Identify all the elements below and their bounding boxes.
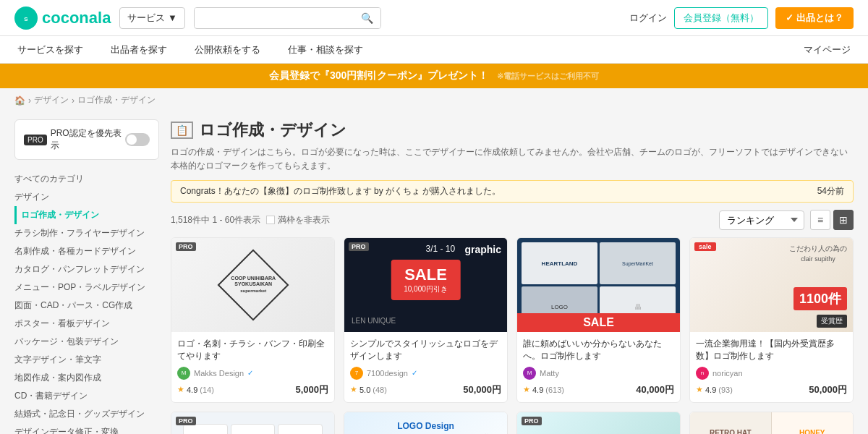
card-1[interactable]: PRO COOP UNIHIBARASYOKUSAIKANsupermarket… [171,237,335,403]
header-right: ログイン 会員登録（無料） ✓ 出品とは？ [629,7,854,29]
verified-icon-2: ✓ [412,369,417,377]
results-count: 1,518件中 1 - 60件表示 [171,214,260,226]
page-description: ロゴの作成・デザインはこちら。ロゴが必要になった時は、ここでデザイナーに作成依頼… [171,145,854,173]
service-dropdown[interactable]: サービス ▼ [119,7,184,29]
pro-toggle-switch[interactable] [125,133,150,146]
header: S coconala サービス ▼ 🔍 ログイン 会員登録（無料） ✓ 出品とは… [0,0,868,36]
page-title-text: ロゴ作成・デザイン [199,119,346,141]
login-link[interactable]: ログイン [629,12,667,25]
card-3-seller: M Matty [523,367,674,380]
sidebar-item-wedding[interactable]: 結婚式・記念日・グッズデザイン [14,405,159,423]
pro-toggle-label: PRO認定を優先表示 [51,127,125,152]
card-4-image: sale こだわり人の為の clair supithy 1100件 受賞歴 [690,238,853,332]
card-7-image: PRO ⬡ CLIMB START [517,412,680,434]
sale-label-2: SALE 10,000円引き [391,260,461,300]
breadcrumb: 🏠 › デザイン › ロゴ作成・デザイン [0,88,868,112]
search-input[interactable] [195,8,354,27]
sidebar-item-catalog[interactable]: カタログ・パンフレットデザイン [14,260,159,278]
sidebar-item-logo[interactable]: ロゴ作成・デザイン [14,206,159,224]
sidebar-item-flyer[interactable]: チラシ制作・フライヤーデザイン [14,224,159,242]
sidebar-item-menu[interactable]: メニュー・POP・ラベルデザイン [14,278,159,297]
hide-draft-label[interactable]: 満枠を非表示 [266,214,330,226]
hide-draft-checkbox[interactable] [266,216,275,224]
card-7[interactable]: PRO ⬡ CLIMB START スタートアップ・企業向けロゴデザインします … [516,412,681,434]
card-3-body: 誰に頼めばいいか分からないあなたへ。ロゴ制作します M Matty ★ 4.9 … [517,332,680,402]
header-left: S coconala サービス ▼ 🔍 [14,7,381,30]
pro-tag-1: PRO [176,242,196,251]
sidebar: PRO PRO認定を優先表示 すべてのカテゴリ デザイン ロゴ作成・デザイン チ… [14,119,159,434]
sidebar-categories: すべてのカテゴリ デザイン ロゴ作成・デザイン チラシ制作・フライヤーデザイン … [14,170,159,434]
sidebar-item-map[interactable]: 地図作成・案内図作成 [14,369,159,387]
card-4-body: 一流企業御用達！【国内外受賞歴多数】ロゴ制作します n noricyan ★ 4… [690,332,853,402]
card-2-price: 50,000円 [463,383,501,396]
page-title-area: 📋 ロゴ作成・デザイン ロゴの作成・デザインはこちら。ロゴが必要になった時は、こ… [171,119,854,173]
sidebar-item-package[interactable]: パッケージ・包装デザイン [14,333,159,351]
card-5[interactable]: PRO Curia D N Nocks m → ロゴ・CI・ブランドアイデンティ… [171,412,335,434]
sidebar-item-cd[interactable]: CD・書籍デザイン [14,387,159,405]
nav-work-consult[interactable]: 仕事・相談を探す [285,36,366,64]
sidebar-item-poster[interactable]: ポスター・看板デザイン [14,315,159,333]
breadcrumb-home[interactable]: 🏠 [14,95,25,106]
sidebar-item-design[interactable]: デザイン [14,188,159,206]
card-5-image: PRO Curia D N Nocks m → [171,412,334,434]
content-area: 📋 ロゴ作成・デザイン ロゴの作成・デザインはこちら。ロゴが必要になった時は、こ… [171,119,854,434]
seller-avatar-1: M [177,367,190,380]
card-2[interactable]: PRO graphic 3/1 - 10 SALE 10,000円引き LEN … [344,237,508,403]
nav-public-request[interactable]: 公開依頼をする [192,36,263,64]
seller-avatar-3: M [523,367,536,380]
card-4-footer: ★ 4.9 (93) 50,000円 [696,383,847,396]
banner-text: 会員登録で『300円割引クーポン』プレゼント！ [269,69,488,81]
view-toggle: ≡ ⊞ [810,210,854,230]
breadcrumb-logo: ロゴ作成・デザイン [77,94,156,106]
seller-name-2: 7100design [367,369,408,378]
sale-tag-4: sale [694,242,716,251]
card-3-footer: ★ 4.9 (613) 40,000円 [523,383,674,396]
seller-avatar-4: n [696,367,709,380]
sort-select[interactable]: ランキング 新着順 評価順 価格が安い順 価格が高い順 [719,210,804,230]
card-2-body: シンプルでスタイリッシュなロゴをデザインします 7 7100design ✓ ★… [344,332,507,402]
card-4-price: 50,000円 [809,383,847,396]
seller-name-1: Makks Design [194,369,244,378]
card-2-title: シンプルでスタイリッシュなロゴをデザインします [350,338,501,362]
sidebar-item-cad[interactable]: 図面・CAD・パース・CG作成 [14,297,159,315]
submit-button[interactable]: ✓ 出品とは？ [775,7,854,29]
card-3-price: 40,000円 [636,383,674,396]
card-2-image: PRO graphic 3/1 - 10 SALE 10,000円引き LEN … [344,238,507,332]
nav-search-seller[interactable]: 出品者を探す [108,36,170,64]
card-2-seller: 7 7100design ✓ [350,367,501,380]
sidebar-item-text[interactable]: 文字デザイン・筆文字 [14,351,159,369]
congrats-text: Congrats！あなたの【象徴】のロゴ制作致します by がくちょ が購入され… [180,185,501,197]
diamond-logo: COOP UNIHIBARASYOKUSAIKANsupermarket [217,250,289,321]
card-1-seller: M Makks Design ✓ [177,367,328,380]
sidebar-item-meishi[interactable]: 名刺作成・各種カードデザイン [14,242,159,260]
card-6[interactable]: LOGO Design デザイン・ロゴデザイン分野 おすすめ順 Ranking … [344,412,508,434]
card-1-body: ロゴ・名刺・チラシ・バンフ・印刷全てやります M Makks Design ✓ … [171,332,334,402]
card-4[interactable]: sale こだわり人の為の clair supithy 1100件 受賞歴 一流… [689,237,854,403]
sidebar-item-all[interactable]: すべてのカテゴリ [14,170,159,188]
grid-view-button[interactable]: ⊞ [833,210,854,230]
results-bar: 1,518件中 1 - 60件表示 満枠を非表示 ランキング 新着順 評価順 価… [171,210,854,230]
card-8[interactable]: RETRO HAT EST. 2019 HONEY BROWN Green ey… [689,412,854,434]
register-button[interactable]: 会員登録（無料） [674,7,768,29]
pro-tag-7: PRO [522,417,542,425]
nav-search-service[interactable]: サービスを探す [14,36,86,64]
card-3[interactable]: HEARTLAND SuperMariKet LOGO 品 SALE 誰に頼めば… [516,237,681,403]
pro-toggle-container: PRO PRO認定を優先表示 [14,119,159,160]
search-button[interactable]: 🔍 [354,8,380,28]
svg-text:S: S [24,16,28,22]
page-title-icon: 📋 [171,122,193,139]
verified-icon-1: ✓ [247,369,253,377]
list-view-button[interactable]: ≡ [810,210,830,230]
breadcrumb-design[interactable]: デザイン [34,94,69,106]
seller-name-4: noricyan [712,369,743,378]
sale-bottom-banner: SALE [517,313,680,332]
logo-text: coconala [42,9,111,27]
logo-area: S coconala [14,7,111,30]
sidebar-item-convert[interactable]: デザインデータ修正・変換 [14,423,159,434]
card-8-image: RETRO HAT EST. 2019 HONEY BROWN Green ey… [690,412,853,434]
banner-note: ※電話サービスはご利用不可 [497,72,599,80]
cards-grid: PRO COOP UNIHIBARASYOKUSAIKANsupermarket… [171,237,854,434]
main-area: PRO PRO認定を優先表示 すべてのカテゴリ デザイン ロゴ作成・デザイン チ… [0,112,868,434]
card-3-rating: ★ 4.9 (613) [523,385,564,394]
nav-mypage[interactable]: マイページ [801,36,854,64]
